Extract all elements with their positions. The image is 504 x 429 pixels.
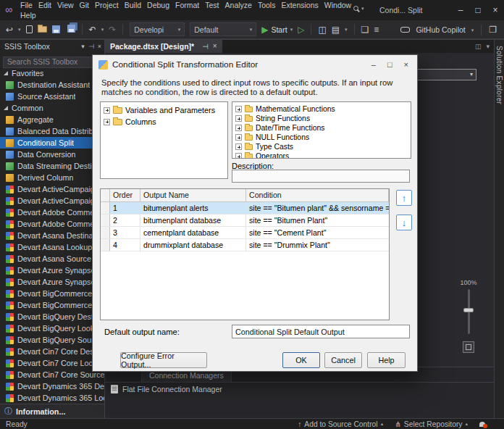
toolbox-row[interactable]: Aggregate bbox=[0, 114, 104, 125]
menu-item[interactable]: Extensions bbox=[278, 1, 321, 9]
maximize-button[interactable]: □ bbox=[469, 0, 487, 20]
expand-plus-icon[interactable] bbox=[235, 134, 242, 141]
toolbox-row[interactable]: Data Streaming Destin... bbox=[0, 160, 104, 172]
order-cell[interactable]: 3 bbox=[110, 227, 140, 238]
select-repository-button[interactable]: ⋔ Select Repository ▴ bbox=[395, 420, 468, 428]
menu-item[interactable]: Test bbox=[202, 1, 222, 9]
close-button[interactable]: × bbox=[487, 0, 504, 20]
toolbox-row[interactable]: Balanced Data Distribu... bbox=[0, 125, 104, 137]
menu-item[interactable]: Build bbox=[122, 1, 144, 9]
toolbox-row[interactable]: Common bbox=[0, 102, 104, 114]
toolbox-row[interactable]: Devart Adobe Comme... bbox=[0, 207, 104, 218]
save-all-icon[interactable] bbox=[67, 25, 75, 33]
notifications-bell-icon[interactable] bbox=[479, 422, 485, 427]
move-down-button[interactable]: ↓ bbox=[396, 214, 412, 230]
navigate-back-icon[interactable]: ↩ bbox=[6, 25, 13, 34]
row-selector-cell[interactable] bbox=[101, 239, 110, 251]
configure-error-output-button[interactable]: Configure Error Output... bbox=[120, 352, 207, 368]
toolbox-row[interactable]: Devart BigQuery Sourc... bbox=[0, 334, 104, 346]
tree-node[interactable]: String Functions bbox=[234, 114, 409, 123]
expand-plus-icon[interactable] bbox=[235, 115, 242, 122]
menu-item[interactable]: File bbox=[17, 1, 35, 9]
chevron-down-icon[interactable]: ▾ bbox=[471, 28, 474, 33]
close-panel-icon[interactable]: × bbox=[98, 43, 101, 50]
new-project-icon[interactable] bbox=[26, 25, 33, 33]
window-layout-icon[interactable]: ❏ bbox=[361, 25, 369, 34]
undo-icon[interactable]: ↶ bbox=[89, 25, 96, 34]
start-debugging-button[interactable]: ▶ Start ▾ bbox=[261, 25, 293, 34]
toolbox-search-input[interactable] bbox=[3, 57, 101, 68]
expand-plus-icon[interactable] bbox=[235, 153, 242, 159]
solution-platforms-combo[interactable]: Default ▾ bbox=[190, 22, 256, 36]
condition-cell[interactable]: site == "Drummix Plant" bbox=[246, 239, 389, 251]
pin-icon[interactable]: ⊤ bbox=[202, 43, 209, 50]
quick-search[interactable]: ▾ bbox=[353, 6, 364, 11]
tree-node[interactable]: Type Casts bbox=[234, 142, 409, 151]
toolbox-row[interactable]: Devart Cin7 Core Loo... bbox=[0, 357, 104, 369]
output-name-cell[interactable]: cementplant database bbox=[140, 227, 246, 238]
move-up-button[interactable]: ↑ bbox=[396, 190, 412, 206]
github-copilot-icon[interactable] bbox=[400, 27, 410, 33]
toolbox-row[interactable]: Devart BigQuery Look... bbox=[0, 322, 104, 334]
menu-item[interactable]: Edit bbox=[35, 1, 54, 9]
order-cell[interactable]: 1 bbox=[110, 202, 140, 214]
output-name-cell[interactable]: drummixplant database bbox=[140, 239, 246, 251]
pin-icon[interactable]: ⊤ bbox=[88, 43, 95, 49]
redo-icon[interactable]: ↷ bbox=[109, 25, 116, 34]
tree-node[interactable]: Mathematical Functions bbox=[234, 104, 409, 114]
ok-button[interactable]: OK bbox=[282, 352, 320, 368]
editor-layout-icon[interactable]: ◫ bbox=[318, 25, 326, 34]
tree-node[interactable]: Date/Time Functions bbox=[234, 123, 409, 133]
order-cell[interactable]: 4 bbox=[110, 239, 140, 251]
solution-explorer-tab-strip[interactable]: Solution Explorer bbox=[494, 39, 504, 418]
condition-cell[interactable]: site == "Cement Plant" bbox=[246, 227, 389, 238]
menu-item[interactable]: Help bbox=[17, 11, 39, 20]
add-to-source-control-button[interactable]: ↑ Add to Source Control ▴ bbox=[298, 420, 383, 428]
open-folder-icon[interactable] bbox=[38, 26, 47, 33]
menu-item[interactable]: Format bbox=[172, 1, 202, 9]
chevron-down-icon[interactable]: ▾ bbox=[345, 27, 348, 32]
grid-row[interactable]: 3 cementplant database site == "Cement P… bbox=[101, 227, 389, 239]
row-selector-cell[interactable] bbox=[101, 202, 110, 214]
toolbox-row[interactable]: Destination Assistant bbox=[0, 79, 104, 91]
row-selector-cell[interactable] bbox=[101, 214, 110, 226]
expand-plus-icon[interactable] bbox=[235, 106, 242, 112]
toolbox-row[interactable]: Devart Dynamics 365 Loo... bbox=[0, 392, 104, 404]
dialog-titlebar[interactable]: Conditional Split Transformation Editor … bbox=[93, 55, 417, 74]
menu-item[interactable]: Debug bbox=[144, 1, 172, 9]
toolbox-row[interactable]: Devart BigQuery Desti... bbox=[0, 311, 104, 322]
information-section[interactable]: ⓘ Information... bbox=[0, 404, 104, 418]
toolbox-row[interactable]: Devart Azure Synapse... bbox=[0, 276, 104, 288]
toolbox-row[interactable]: Devart Asana Lookup bbox=[0, 241, 104, 253]
undo-chevron-icon[interactable]: ▾ bbox=[101, 27, 104, 32]
condition-cell[interactable]: site == "Bitumen Plant" bbox=[246, 214, 389, 226]
active-files-icon[interactable]: ◫ bbox=[475, 43, 482, 50]
expand-plus-icon[interactable] bbox=[235, 143, 242, 150]
grid-row[interactable]: 1 bitumenplant alerts site == "Bitumen p… bbox=[101, 202, 389, 214]
grid-header-order[interactable]: Order bbox=[110, 189, 140, 201]
menu-lines-icon[interactable]: ≡ bbox=[374, 25, 379, 34]
navigate-chevron-icon[interactable]: ▾ bbox=[18, 27, 21, 32]
tree-node[interactable]: Operators bbox=[234, 151, 409, 159]
toolbox-row[interactable]: Devart Dynamics 365 Des... bbox=[0, 380, 104, 392]
row-selector-cell[interactable] bbox=[101, 227, 110, 238]
toolbox-row[interactable]: Devart ActiveCampaig... bbox=[0, 183, 104, 195]
menu-item[interactable]: Git bbox=[77, 1, 92, 9]
expand-plus-icon[interactable] bbox=[104, 119, 110, 125]
window-position-icon[interactable]: ▾ bbox=[81, 43, 85, 50]
toolbox-row[interactable]: Favorites bbox=[0, 67, 104, 79]
solution-configurations-combo[interactable]: Developi ▾ bbox=[130, 22, 185, 36]
grid-row[interactable]: 2 bitumenplant database site == "Bitumen… bbox=[101, 214, 389, 227]
output-name-cell[interactable]: bitumenplant alerts bbox=[140, 202, 246, 214]
toolbox-row[interactable]: Devart ActiveCampaig... bbox=[0, 195, 104, 207]
description-readout-field[interactable] bbox=[232, 170, 410, 183]
expand-plus-icon[interactable] bbox=[235, 125, 242, 131]
minimize-button[interactable]: – bbox=[452, 0, 469, 20]
toolbox-row[interactable]: Devart BigCommerce... bbox=[0, 288, 104, 299]
run-without-debugging-icon[interactable]: ▷ bbox=[298, 25, 304, 34]
dialog-minimize-button[interactable]: – bbox=[371, 61, 376, 69]
toolbox-row[interactable]: Derived Column bbox=[0, 172, 104, 183]
zoom-slider-thumb[interactable] bbox=[463, 308, 474, 312]
dialog-close-button[interactable]: × bbox=[404, 61, 408, 69]
github-copilot-label[interactable]: GitHub Copilot bbox=[416, 25, 465, 34]
